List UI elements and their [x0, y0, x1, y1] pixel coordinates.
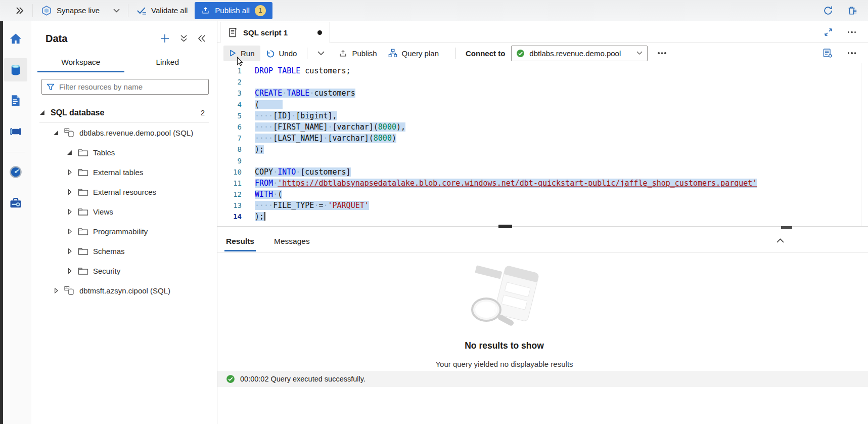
delete-icon[interactable] [847, 5, 858, 16]
expand-editor-icon[interactable] [824, 28, 833, 36]
code-line-10[interactable]: 10COPY·INTO·[customers] [217, 166, 868, 178]
collapse-results-icon[interactable] [776, 238, 785, 243]
window-left-edge [0, 21, 3, 424]
rail-monitor-button[interactable] [4, 160, 27, 184]
code-line-9[interactable]: 9 [217, 155, 868, 166]
caret-collapsed-icon[interactable] [67, 248, 72, 254]
data-icon [9, 63, 23, 77]
folder-icon [78, 226, 88, 237]
mode-switcher[interactable]: Synapse live [41, 5, 120, 16]
no-results-illustration [458, 265, 551, 328]
code-line-7[interactable]: 7····[LAST_NAME]·[varchar](8000) [217, 133, 868, 144]
run-play-icon [229, 50, 236, 57]
chevron-down-icon[interactable] [113, 9, 120, 13]
pane-splitter[interactable] [217, 226, 868, 230]
rail-develop-button[interactable] [4, 89, 27, 112]
code-line-14[interactable]: 14); [217, 211, 868, 222]
code-line-3[interactable]: 3CREATE·TABLE·customers [217, 88, 868, 99]
tree-item-sql-database[interactable]: SQL database2 [31, 103, 217, 122]
query-plan-button[interactable]: Query plan [383, 45, 444, 61]
topbar-separator [32, 4, 33, 17]
tab-sql-script-1[interactable]: SQL script 1 [220, 22, 330, 43]
tab-linked[interactable]: Linked [124, 53, 211, 72]
tree-item-external-tables[interactable]: External tables [31, 162, 217, 182]
code-editor[interactable]: 1DROP TABLE customers;23CREATE·TABLE·cus… [217, 63, 868, 226]
horizontal-scroll-thumb[interactable] [781, 226, 792, 229]
caret-collapsed-icon[interactable] [67, 209, 72, 215]
editor-tab-bar: SQL script 1 [217, 21, 868, 43]
code-line-2[interactable]: 2 [217, 76, 868, 88]
connection-dropdown[interactable]: dbtlabs.revenue.demo.pool [511, 46, 648, 61]
code-line-4[interactable]: 4( [217, 99, 868, 110]
caret-collapsed-icon[interactable] [67, 268, 72, 274]
caret-collapsed-icon[interactable] [53, 288, 59, 293]
undo-button[interactable]: Undo [260, 46, 303, 61]
tree-item-label: dbtmsft.azsyn.cipool (SQL) [79, 286, 170, 295]
rail-manage-button[interactable] [4, 191, 27, 215]
tree-item-dbtlabs-revenue-demo-pool-sql[interactable]: dbtlabs.revenue.demo.pool (SQL) [31, 123, 217, 143]
refresh-icon[interactable] [823, 5, 834, 16]
undo-label: Undo [279, 49, 297, 58]
collapse-panel-icon[interactable] [198, 35, 206, 42]
tab-more-actions-icon[interactable] [848, 31, 856, 33]
tree-item-tables[interactable]: Tables [31, 143, 217, 162]
caret-collapsed-icon[interactable] [67, 229, 72, 234]
caret-collapsed-icon[interactable] [67, 189, 72, 195]
line-number: 14 [217, 211, 242, 222]
tree-item-external-resources[interactable]: External resources [31, 182, 217, 202]
tree-item-views[interactable]: Views [31, 202, 217, 222]
publish-upload-icon [201, 6, 210, 15]
code-line-8[interactable]: 8); [217, 144, 868, 155]
folder-icon [78, 167, 88, 178]
add-icon[interactable] [160, 33, 170, 44]
line-number: 12 [217, 189, 242, 200]
develop-icon [9, 94, 22, 107]
rail-integrate-button[interactable] [4, 120, 27, 143]
main-area: SQL script 1 Run [217, 21, 868, 424]
publish-count-badge: 1 [255, 5, 266, 16]
code-line-12[interactable]: 12WITH·( [217, 189, 868, 200]
synapse-logo-icon [41, 5, 52, 16]
caret-expanded-icon[interactable] [53, 130, 59, 136]
tree-item-programmability[interactable]: Programmability [31, 222, 217, 241]
line-number: 8 [217, 144, 242, 155]
caret-expanded-icon[interactable] [67, 150, 72, 155]
double-chevron-down-icon[interactable] [180, 34, 188, 43]
code-line-6[interactable]: 6····[FIRST_NAME]·[varchar](8000), [217, 121, 868, 133]
tree-item-schemas[interactable]: Schemas [31, 241, 217, 261]
rail-home-button[interactable] [4, 27, 27, 51]
caret-expanded-icon[interactable] [39, 110, 45, 115]
connection-value: dbtlabs.revenue.demo.pool [529, 49, 621, 58]
code-line-5[interactable]: 5····[ID]·[bigint], [217, 110, 868, 121]
query-plan-label: Query plan [402, 49, 439, 58]
data-panel-title: Data [45, 33, 67, 45]
tab-results[interactable]: Results [224, 231, 256, 251]
left-rail [0, 21, 31, 424]
tab-messages[interactable]: Messages [272, 231, 311, 251]
undo-icon [266, 49, 275, 58]
more-commands-chevron-icon[interactable] [312, 48, 330, 59]
filter-input[interactable] [59, 82, 204, 91]
publish-all-button[interactable]: Publish all 1 [195, 2, 272, 19]
validate-all-label: Validate all [151, 6, 188, 15]
splitter-handle[interactable] [498, 225, 512, 228]
properties-icon[interactable] [823, 48, 833, 58]
validate-all-button[interactable]: Validate all [136, 6, 188, 15]
tree-item-label: External tables [93, 168, 143, 177]
line-number: 4 [217, 99, 242, 110]
publish-button[interactable]: Publish [333, 46, 382, 61]
double-chevron-right-icon[interactable] [15, 7, 24, 15]
editor-scrollbar[interactable] [861, 63, 868, 226]
toolbar-more-icon[interactable] [658, 52, 666, 54]
publish-all-label: Publish all [215, 6, 249, 15]
code-line-11[interactable]: 11FROM·'https://dbtlabsynapsedatalake.bl… [217, 178, 868, 189]
caret-collapsed-icon[interactable] [67, 169, 72, 175]
code-line-1[interactable]: 1DROP TABLE customers; [217, 65, 868, 76]
editor-more-icon[interactable] [848, 52, 856, 54]
tree-item-security[interactable]: Security [31, 261, 217, 281]
code-line-13[interactable]: 13····FILE_TYPE·=·'PARQUET' [217, 200, 868, 211]
rail-data-button[interactable] [4, 58, 27, 81]
tree-item-dbtmsft-azsyn-cipool-sql[interactable]: dbtmsft.azsyn.cipool (SQL) [31, 281, 217, 301]
line-number: 11 [217, 178, 242, 189]
tab-workspace[interactable]: Workspace [37, 53, 124, 72]
